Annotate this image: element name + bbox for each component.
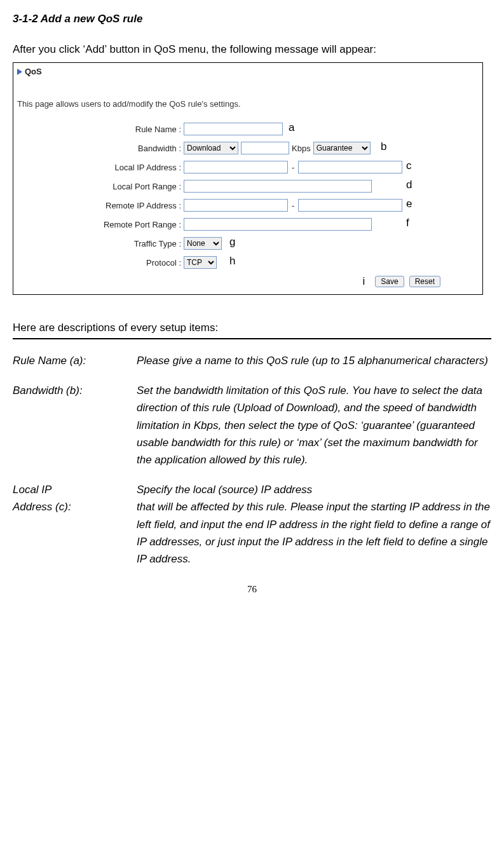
row-traffic-type: Traffic Type : None g xyxy=(17,237,479,250)
row-remote-port: Remote Port Range : f xyxy=(17,218,479,231)
desc-label-local-ip-2: Address (c): xyxy=(13,498,137,567)
label-protocol: Protocol : xyxy=(17,258,184,268)
input-remote-ip-start[interactable] xyxy=(184,199,288,212)
input-bandwidth-kbps[interactable] xyxy=(241,142,289,154)
select-traffic-type[interactable]: None xyxy=(184,237,222,250)
horizontal-rule xyxy=(13,338,491,339)
label-rule-name: Rule Name : xyxy=(17,125,184,134)
label-local-port: Local Port Range : xyxy=(17,182,184,191)
row-local-port: Local Port Range : d xyxy=(17,180,479,193)
annotation-a: a xyxy=(289,121,294,134)
annotation-d: d xyxy=(406,179,412,191)
screenshot-container: QoS This page allows users to add/modify… xyxy=(13,62,483,295)
label-bandwidth: Bandwidth : xyxy=(17,144,184,153)
input-remote-port[interactable] xyxy=(184,218,372,231)
desc-local-ip-2: Address (c): that will be affected by th… xyxy=(13,498,491,567)
section-heading: 3-1-2 Add a new QoS rule xyxy=(13,13,491,25)
row-rule-name: Rule Name : a xyxy=(17,123,479,135)
annotation-i: i xyxy=(363,275,365,288)
label-local-ip: Local IP Address : xyxy=(17,163,184,172)
desc-rule-name: Rule Name (a): Please give a name to thi… xyxy=(13,352,491,369)
row-remote-ip: Remote IP Address : - e xyxy=(17,199,479,212)
label-traffic-type: Traffic Type : xyxy=(17,239,184,248)
desc-label-bandwidth: Bandwidth (b): xyxy=(13,382,137,468)
input-local-ip-end[interactable] xyxy=(298,161,402,173)
annotation-g: g xyxy=(229,236,235,248)
dash: - xyxy=(290,163,296,172)
desc-label-local-ip-1: Local IP xyxy=(13,481,137,498)
label-remote-port: Remote Port Range : xyxy=(17,220,184,229)
row-local-ip: Local IP Address : - c xyxy=(17,161,479,173)
input-rule-name[interactable] xyxy=(184,123,283,135)
input-remote-ip-end[interactable] xyxy=(298,199,402,212)
desc-text-local-ip-2: that will be affected by this rule. Plea… xyxy=(137,498,491,567)
desc-label-rule-name: Rule Name (a): xyxy=(13,352,137,369)
select-bandwidth-direction[interactable]: Download xyxy=(184,142,238,154)
desc-text-local-ip-1: Specify the local (source) IP address xyxy=(137,481,491,498)
qos-description: This page allows users to add/modify the… xyxy=(17,99,479,109)
input-local-ip-start[interactable] xyxy=(184,161,288,173)
annotation-c: c xyxy=(406,160,412,172)
intro-text: After you click ‘Add’ button in QoS menu… xyxy=(13,43,491,56)
select-protocol[interactable]: TCP xyxy=(184,256,217,269)
desc-bandwidth: Bandwidth (b): Set the bandwidth limitat… xyxy=(13,382,491,468)
desc-text-rule-name: Please give a name to this QoS rule (up … xyxy=(137,352,491,369)
row-protocol: Protocol : TCP h xyxy=(17,256,479,269)
page-number: 76 xyxy=(13,584,491,595)
select-bandwidth-type[interactable]: Guarantee xyxy=(313,142,371,154)
dash: - xyxy=(290,201,296,210)
desc-local-ip-1: Local IP Specify the local (source) IP a… xyxy=(13,481,491,498)
input-local-port[interactable] xyxy=(184,180,372,193)
annotation-f: f xyxy=(406,217,409,229)
desc-text-bandwidth: Set the bandwidth limitation of this QoS… xyxy=(137,382,491,468)
row-bandwidth: Bandwidth : Download Kbps Guarantee b xyxy=(17,142,479,154)
triangle-icon xyxy=(17,69,22,75)
descriptions-intro: Here are descriptions of every setup ite… xyxy=(13,322,491,334)
annotation-b: b xyxy=(381,140,386,153)
label-remote-ip: Remote IP Address : xyxy=(17,201,184,210)
reset-button[interactable]: Reset xyxy=(409,276,440,287)
kbps-label: Kbps xyxy=(292,144,311,153)
annotation-e: e xyxy=(406,198,412,210)
qos-title-row: QoS xyxy=(17,67,479,76)
button-row: i Save Reset xyxy=(17,275,479,288)
save-button[interactable]: Save xyxy=(375,276,404,287)
qos-title: QoS xyxy=(25,67,42,76)
annotation-h: h xyxy=(229,255,235,268)
